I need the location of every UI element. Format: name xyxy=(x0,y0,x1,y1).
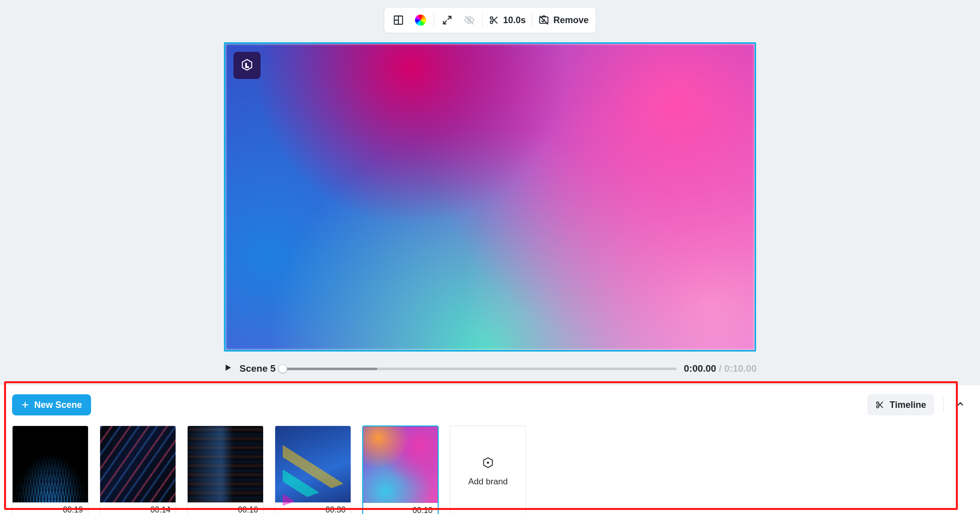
scenes-panel-header: New Scene Timeline xyxy=(12,394,968,415)
add-brand-label: Add brand xyxy=(468,477,508,487)
preview-background xyxy=(225,44,755,350)
color-wheel-icon xyxy=(415,15,426,26)
panel-separator xyxy=(943,398,944,412)
progress-fill xyxy=(283,368,377,370)
scene-thumb-image xyxy=(13,426,88,502)
add-brand-card[interactable]: Add brand xyxy=(450,425,526,514)
preview-canvas[interactable]: L xyxy=(224,42,756,352)
fit-expand-button[interactable] xyxy=(436,10,458,30)
progress-track xyxy=(283,368,677,370)
scissors-icon xyxy=(875,400,884,409)
toolbar-separator xyxy=(434,13,434,27)
scene-toolbar: 10.0s Remove xyxy=(384,7,596,33)
scene-thumbnail-1[interactable]: 00:19 xyxy=(12,425,89,514)
layout-button[interactable] xyxy=(387,10,410,30)
new-scene-button[interactable]: New Scene xyxy=(12,394,91,415)
scene-duration: 00:14 xyxy=(100,502,176,514)
scene-thumbnail-5[interactable]: 00:10 xyxy=(362,425,439,514)
svg-text:L: L xyxy=(246,62,249,68)
progress-thumb[interactable] xyxy=(278,364,287,373)
play-button[interactable] xyxy=(223,363,232,374)
scene-thumbnail-2[interactable]: 00:14 xyxy=(100,425,176,514)
trim-duration-button[interactable]: 10.0s xyxy=(485,10,530,30)
scene-thumb-image xyxy=(188,426,263,502)
playbar: Scene 5 0:00.00 / 0:10.00 xyxy=(223,363,757,374)
scene-strip: 00:19 00:14 00:16 00:30 00:10 Add brand xyxy=(12,425,968,514)
svg-point-8 xyxy=(487,462,489,464)
collapse-panel-button[interactable] xyxy=(953,396,968,413)
scene-thumb-image xyxy=(363,426,438,503)
hexagon-icon xyxy=(481,457,495,470)
scene-thumb-image xyxy=(100,426,176,502)
color-wheel-button[interactable] xyxy=(410,10,432,30)
time-display: 0:00.00 / 0:10.00 xyxy=(684,363,757,374)
scene-duration: 00:10 xyxy=(363,503,438,514)
scene-thumbnail-4[interactable]: 00:30 xyxy=(275,425,351,514)
scene-duration: 00:16 xyxy=(188,502,263,514)
time-current: 0:00.00 xyxy=(684,363,716,374)
timeline-button[interactable]: Timeline xyxy=(867,394,934,415)
new-scene-label: New Scene xyxy=(34,400,82,410)
scenes-panel: New Scene Timeline 00:19 00:14 xyxy=(0,385,980,514)
brand-logo-badge[interactable]: L xyxy=(233,52,261,79)
timeline-label: Timeline xyxy=(889,400,926,410)
scene-thumbnail-3[interactable]: 00:16 xyxy=(187,425,264,514)
remove-button[interactable]: Remove xyxy=(534,10,593,30)
visibility-button[interactable] xyxy=(458,10,480,30)
scene-duration: 00:19 xyxy=(13,502,88,514)
current-scene-label: Scene 5 xyxy=(239,363,276,374)
remove-label: Remove xyxy=(553,15,589,26)
toolbar-separator xyxy=(482,13,483,27)
scene-thumb-image xyxy=(275,426,351,502)
plus-icon xyxy=(21,401,29,409)
progress-bar[interactable] xyxy=(283,364,677,373)
time-total: 0:10.00 xyxy=(724,363,757,374)
chevron-up-icon xyxy=(956,399,965,408)
toolbar-separator xyxy=(532,13,532,27)
duration-value: 10.0s xyxy=(503,15,526,26)
